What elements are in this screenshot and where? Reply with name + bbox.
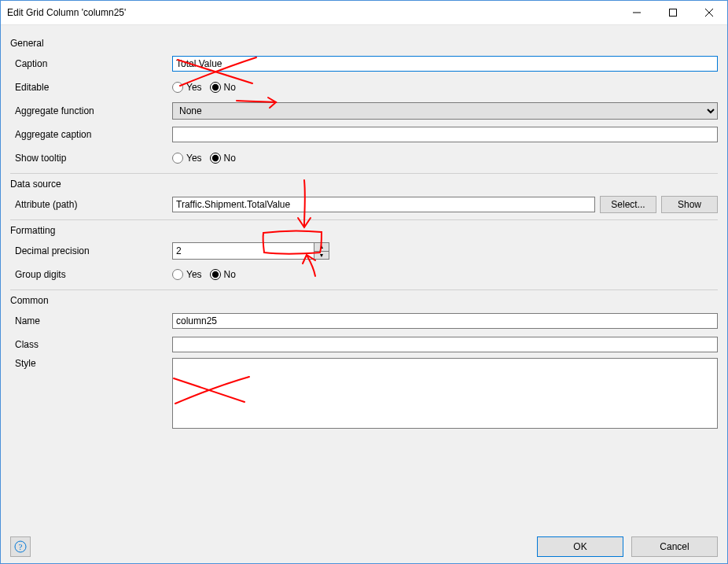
editable-yes-radio[interactable]: Yes [172,82,202,93]
precision-label: Decimal precision [10,245,172,256]
minimize-button[interactable] [619,1,655,24]
ok-button[interactable]: OK [537,536,623,557]
svg-text:?: ? [19,542,23,551]
dialog-footer: ? OK Cancel [1,530,727,563]
close-button[interactable] [691,1,727,24]
svg-rect-1 [670,9,677,17]
editable-no-label: No [224,82,236,93]
precision-spinner[interactable]: ▲ ▼ [172,242,329,260]
aggfn-select[interactable]: None [172,102,718,120]
caption-input[interactable] [172,56,718,72]
style-textarea[interactable] [172,358,718,429]
editable-yes-label: Yes [186,82,202,93]
section-title-data-source: Data source [10,179,718,190]
caption-label: Caption [10,58,172,69]
window-title: Edit Grid Column 'column25' [1,7,619,18]
spinner-up-icon[interactable]: ▲ [314,243,329,252]
spinner-down-icon[interactable]: ▼ [314,252,329,260]
class-label: Class [10,339,172,350]
tooltip-no-label: No [224,153,236,164]
class-input[interactable] [172,337,718,352]
name-input[interactable] [172,313,718,329]
aggcap-label: Aggregate caption [10,129,172,140]
section-title-common: Common [10,295,718,306]
style-label: Style [10,358,172,369]
attr-label: Attribute (path) [10,199,172,210]
group-label: Group digits [10,269,172,280]
attr-input[interactable] [172,197,595,212]
section-title-general: General [10,38,718,49]
maximize-button[interactable] [655,1,691,24]
help-icon[interactable]: ? [10,536,31,557]
group-yes-radio[interactable]: Yes [172,269,202,280]
section-common: Common Name Class Style [10,289,718,429]
editable-no-radio[interactable]: No [210,82,236,93]
tooltip-no-radio[interactable]: No [210,153,236,164]
group-yes-label: Yes [186,269,202,280]
editable-label: Editable [10,82,172,93]
tooltip-yes-radio[interactable]: Yes [172,153,202,164]
section-data-source: Data source Attribute (path) Select... S… [10,173,718,215]
aggfn-label: Aggregate function [10,105,172,116]
select-button[interactable]: Select... [600,196,656,213]
title-bar[interactable]: Edit Grid Column 'column25' [1,1,727,25]
cancel-button[interactable]: Cancel [631,536,718,557]
section-title-formatting: Formatting [10,225,718,236]
section-formatting: Formatting Decimal precision ▲ ▼ Group d… [10,219,718,285]
precision-input[interactable] [173,243,314,259]
tooltip-label: Show tooltip [10,153,172,164]
aggcap-input[interactable] [172,127,718,142]
group-no-radio[interactable]: No [210,269,236,280]
group-no-label: No [224,269,236,280]
tooltip-yes-label: Yes [186,153,202,164]
show-button[interactable]: Show [661,196,718,213]
section-general: General Caption Editable Yes [10,33,718,168]
name-label: Name [10,315,172,326]
